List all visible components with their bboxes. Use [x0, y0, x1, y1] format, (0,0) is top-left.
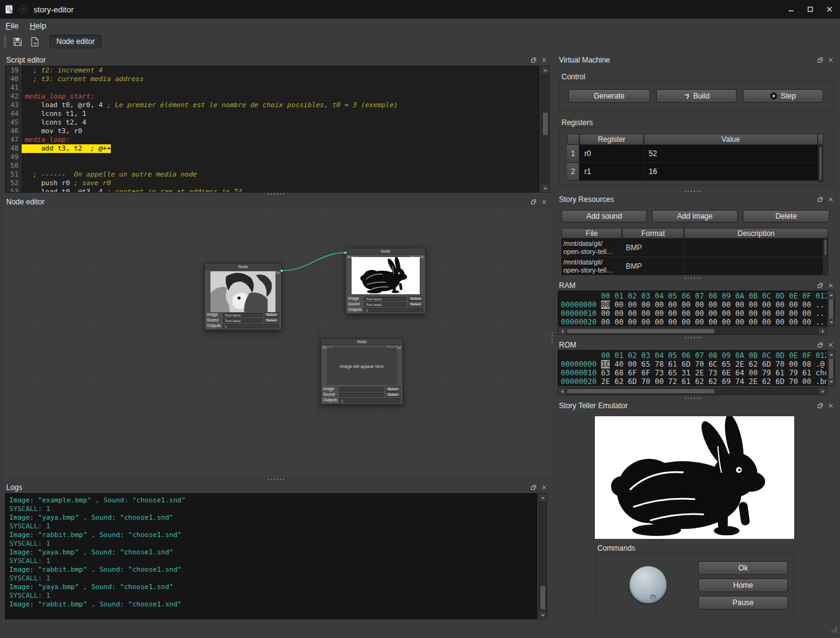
export-button[interactable]: [27, 34, 42, 49]
close-icon[interactable]: [540, 56, 548, 64]
command-knob[interactable]: [630, 566, 667, 603]
float-icon[interactable]: [816, 56, 824, 64]
scroll-thumb[interactable]: [542, 112, 548, 136]
selected-byte[interactable]: 1C: [601, 360, 610, 369]
scroll-thumb[interactable]: [828, 299, 834, 320]
float-icon[interactable]: [530, 484, 537, 491]
code-line[interactable]: 39 ; t2: increment 4: [6, 66, 539, 75]
scroll-thumb[interactable]: [824, 240, 827, 256]
select-button[interactable]: Select: [385, 392, 401, 397]
scroll-thumb[interactable]: [566, 328, 715, 334]
close-icon[interactable]: [827, 56, 834, 64]
rom-hex-view[interactable]: 00 01 02 03 04 05 06 07 08 09 0A 0B 0C 0…: [558, 350, 827, 386]
scroll-down-arrow[interactable]: [539, 611, 547, 619]
close-icon[interactable]: [540, 198, 548, 206]
code-line[interactable]: 46 mov t3, r0: [6, 127, 539, 136]
node-field[interactable]: Test-label: [364, 297, 407, 301]
add-image-button[interactable]: Add image: [652, 210, 738, 222]
selected-byte[interactable]: 00: [601, 300, 610, 309]
select-button[interactable]: Select: [385, 387, 401, 391]
code-line[interactable]: 45 lcons t2, 4: [6, 118, 539, 127]
code-line[interactable]: 41: [6, 84, 539, 92]
float-icon[interactable]: [816, 282, 824, 289]
resource-row[interactable]: /mnt/data/git/open-story-tell…BMP: [561, 238, 828, 257]
column-header[interactable]: File: [561, 228, 622, 238]
node-editor-dock-header[interactable]: Node editor: [2, 196, 551, 207]
splitter-handle[interactable]: [267, 479, 284, 480]
resize-grip[interactable]: [829, 624, 838, 636]
maximize-button[interactable]: [802, 2, 819, 16]
code-line[interactable]: 47media_loop:: [6, 136, 539, 144]
close-icon[interactable]: [827, 282, 834, 289]
media-node[interactable]: Node Port Out ImageTest-labelSelectSound…: [204, 263, 282, 330]
media-node[interactable]: Node Port In Port Out Image will appear …: [321, 338, 403, 404]
hex-row[interactable]: 0000001063 68 6F 6F 73 65 31 2E 73 6E 64…: [561, 369, 826, 377]
resources-table[interactable]: File Format Description /mnt/data/git/op…: [561, 228, 828, 275]
resources-scrollbar[interactable]: [823, 238, 828, 275]
scroll-thumb[interactable]: [540, 585, 546, 610]
generate-button[interactable]: Generate: [568, 89, 650, 103]
editor-scrollbar[interactable]: [541, 66, 550, 193]
node-field[interactable]: 1: [223, 324, 279, 328]
close-icon[interactable]: [540, 484, 548, 491]
menu-file[interactable]: File: [0, 20, 24, 32]
select-button[interactable]: Select: [408, 296, 423, 301]
column-header[interactable]: Register: [579, 134, 644, 145]
ram-hscrollbar[interactable]: [558, 327, 827, 335]
column-header[interactable]: Format: [622, 228, 684, 238]
resources-dock-header[interactable]: Story Resources: [555, 194, 838, 204]
scroll-down-arrow[interactable]: [542, 185, 549, 192]
ram-vscrollbar[interactable]: [827, 291, 835, 326]
ram-dock-header[interactable]: RAM: [555, 280, 838, 291]
select-button[interactable]: Select: [264, 312, 279, 317]
node-field[interactable]: Test-label: [223, 313, 262, 317]
add-sound-button[interactable]: Add sound: [561, 210, 647, 222]
minimize-button[interactable]: [782, 2, 800, 16]
build-button[interactable]: Build: [656, 89, 737, 103]
toolbar-drag-handle[interactable]: [4, 35, 6, 48]
float-icon[interactable]: [816, 196, 824, 203]
close-icon[interactable]: [827, 402, 834, 409]
hex-row[interactable]: 0000000000 00 00 00 00 00 00 00 00 00 00…: [561, 300, 826, 309]
hex-row[interactable]: 000000001C 40 00 65 78 61 6D 70 6C 65 2E…: [561, 360, 826, 369]
node-field[interactable]: 1: [339, 398, 401, 403]
script-editor-dock-header[interactable]: Script editor: [2, 55, 551, 65]
registers-scrollbar[interactable]: [818, 145, 823, 182]
node-field[interactable]: [339, 393, 384, 397]
rom-dock-header[interactable]: ROM: [555, 339, 838, 350]
code-line[interactable]: 53 load t0, @t3, 4 ; content in ram at a…: [6, 188, 539, 193]
code-editor[interactable]: 39 ; t2: increment 440 ; t3: current med…: [5, 66, 540, 193]
splitter-handle[interactable]: [685, 398, 701, 399]
select-button[interactable]: Select: [408, 302, 423, 307]
scroll-up-arrow[interactable]: [539, 494, 547, 501]
node-editor-toggle[interactable]: Node editor: [50, 35, 102, 48]
column-header[interactable]: Description: [684, 228, 828, 238]
splitter-handle[interactable]: [685, 337, 701, 338]
menu-help[interactable]: Help: [24, 20, 52, 32]
log-output[interactable]: Image: "example.bmp" , Sound: "choose1.s…: [5, 493, 537, 619]
float-icon[interactable]: [816, 341, 824, 349]
node-field[interactable]: Test-label: [223, 318, 262, 323]
hex-row[interactable]: 0000001000 00 00 00 00 00 00 00 00 00 00…: [561, 309, 826, 318]
scroll-up-arrow[interactable]: [828, 351, 834, 358]
hex-row[interactable]: 0000002000 00 00 00 00 00 00 00 00 00 00…: [561, 318, 826, 326]
media-node[interactable]: Node Port In Port Out ImageTest-labelSel…: [345, 248, 426, 314]
code-line[interactable]: 48 add t3, t2 ; @++: [6, 144, 539, 153]
rom-hscrollbar[interactable]: [558, 387, 827, 395]
scroll-right-arrow[interactable]: [819, 388, 826, 395]
scroll-thumb[interactable]: [828, 358, 834, 379]
delete-button[interactable]: Delete: [743, 210, 829, 222]
home-button[interactable]: Home: [698, 579, 788, 592]
code-line[interactable]: 52 push r0 ; save r0: [6, 179, 539, 188]
code-line[interactable]: 51 ; ------ On appelle un autre media no…: [6, 170, 539, 179]
resource-row[interactable]: /mnt/data/git/open-story-tell…BMP: [561, 257, 828, 275]
select-button[interactable]: Select: [264, 318, 279, 323]
ram-hex-view[interactable]: 00 01 02 03 04 05 06 07 08 09 0A 0B 0C 0…: [558, 291, 827, 326]
code-line[interactable]: 50: [6, 162, 539, 170]
hex-row[interactable]: 000000202E 62 6D 70 00 72 61 62 62 69 74…: [561, 377, 826, 386]
node-canvas[interactable]: Node Port Out ImageTest-labelSelectSound…: [3, 208, 550, 477]
code-line[interactable]: 42media_loop_start:: [6, 92, 539, 101]
step-button[interactable]: Step: [743, 89, 823, 103]
code-line[interactable]: 43 load t0, @r0, 4 ; Le premier élément …: [6, 101, 539, 110]
splitter-handle[interactable]: [685, 191, 701, 192]
